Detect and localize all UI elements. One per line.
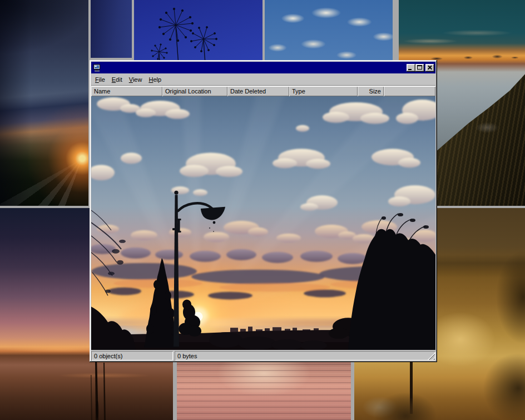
column-header-blank[interactable] (384, 86, 435, 96)
close-button[interactable] (425, 64, 434, 72)
list-content[interactable] (91, 96, 435, 350)
sunset-lamp-photo (91, 96, 435, 350)
column-header-original-location[interactable]: Original Location (162, 86, 227, 96)
maximize-icon (417, 65, 422, 70)
window-controls (407, 64, 434, 72)
status-panel-1: 0 bytes (175, 351, 435, 360)
column-header-size[interactable]: Size (358, 86, 384, 96)
status-bar: 0 object(s)0 bytes (91, 351, 435, 360)
column-header-date-deleted[interactable]: Date Deleted (227, 86, 289, 96)
column-header-row: NameOriginal LocationDate DeletedTypeSiz… (91, 86, 435, 96)
computer-monitor-icon[interactable] (92, 63, 101, 72)
minimize-button[interactable] (407, 64, 415, 72)
minimize-icon (408, 69, 412, 70)
column-header-type[interactable]: Type (289, 86, 358, 96)
menu-item-help[interactable]: Help (145, 75, 165, 84)
titlebar[interactable] (91, 62, 435, 73)
computer-monitor-icon-glyph (93, 64, 101, 72)
close-icon (425, 64, 434, 72)
menu-item-view[interactable]: View (126, 75, 146, 84)
column-header-name[interactable]: Name (91, 86, 162, 96)
wallpaper-photo-dark-blue-sky (91, 0, 132, 58)
menu-bar: FileEditViewHelp (91, 73, 435, 85)
status-panel-0: 0 object(s) (91, 351, 173, 360)
wallpaper-photo-sunset-rays (0, 0, 88, 206)
maximize-button[interactable] (415, 64, 424, 72)
recycle-bin-window: FileEditViewHelp NameOriginal LocationDa… (90, 60, 437, 362)
lamp-pole-silhouette (410, 359, 413, 414)
menu-item-edit[interactable]: Edit (108, 75, 126, 84)
desktop: { "window": { "title": "", "menu": { "it… (0, 0, 525, 420)
menu-item-file[interactable]: File (92, 75, 108, 84)
